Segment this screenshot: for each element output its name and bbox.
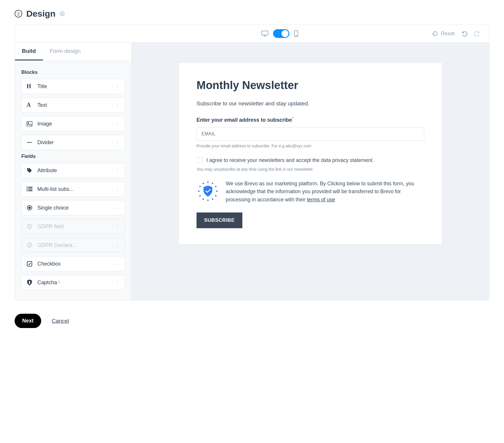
svg-text:A: A (27, 102, 31, 108)
cancel-link[interactable]: Cancel (52, 318, 69, 324)
drag-handle-icon: ⋮⋮ (111, 168, 120, 173)
svg-rect-11 (27, 187, 28, 188)
divider-icon (26, 139, 33, 146)
next-button[interactable]: Next (15, 314, 41, 328)
sidebar-tabs: Build Form design (15, 43, 131, 61)
svg-rect-19 (27, 261, 32, 266)
mobile-icon[interactable] (294, 30, 298, 37)
reset-icon (432, 31, 438, 36)
field-multilist[interactable]: Multi-list subs... ⋮⋮ (21, 182, 125, 197)
text-icon: A (26, 102, 33, 108)
drag-handle-icon: ⋮⋮ (111, 280, 120, 285)
help-icon[interactable]: ? (60, 11, 65, 16)
shield-check-icon (26, 223, 33, 230)
drag-handle-icon: ⋮⋮ (111, 205, 120, 210)
checkbox-icon (26, 261, 33, 267)
svg-point-27 (207, 200, 209, 201)
drag-handle-icon: ⋮⋮ (111, 261, 120, 266)
block-divider[interactable]: Divider ⋮⋮ (21, 135, 125, 150)
svg-point-30 (198, 191, 200, 192)
drag-handle-icon: ⋮⋮ (111, 121, 120, 126)
block-text[interactable]: A Text ⋮⋮ (21, 97, 125, 113)
svg-point-25 (215, 195, 217, 197)
consent-checkbox[interactable] (197, 157, 202, 163)
field-gdpr-declaration-label: GDPR Declara... (37, 242, 106, 248)
reset-button[interactable]: Reset (432, 31, 455, 37)
captcha-icon (26, 279, 33, 286)
fields-group-label: Fields (21, 154, 125, 159)
gdpr-declaration: We use Brevo as our marketing platform. … (197, 180, 424, 203)
drag-handle-icon: ⋮⋮ (111, 140, 120, 145)
desktop-icon[interactable] (261, 30, 269, 37)
svg-point-10 (28, 169, 29, 170)
field-gdpr[interactable]: GDPR field ⋮⋮ (21, 219, 125, 234)
svg-rect-20 (29, 281, 30, 284)
svg-point-22 (212, 183, 213, 184)
consent-label: I agree to receive your newsletters and … (206, 156, 374, 164)
form-title: Monthly Newsletter (197, 79, 424, 92)
blocks-group-label: Blocks (21, 69, 125, 75)
svg-rect-7 (27, 121, 32, 126)
device-toggle[interactable] (273, 29, 289, 38)
image-icon (26, 121, 33, 127)
svg-point-21 (207, 182, 209, 183)
field-captcha[interactable]: Captcha* ⋮⋮ (21, 275, 125, 290)
svg-point-8 (28, 123, 29, 123)
list-icon (26, 186, 33, 192)
tab-form-design[interactable]: Form design (43, 43, 88, 60)
tag-icon (26, 167, 33, 174)
svg-point-31 (199, 186, 201, 187)
tab-build[interactable]: Build (15, 43, 43, 60)
field-checkbox[interactable]: Checkbox ⋮⋮ (21, 256, 125, 271)
toolbar: Reset (15, 25, 489, 43)
field-single-choice[interactable]: Single choice ⋮⋮ (21, 200, 125, 215)
shield-icon (26, 242, 33, 248)
consent-help-text: You may unsubscribe at any time using th… (197, 167, 424, 172)
drag-handle-icon: ⋮⋮ (111, 103, 120, 107)
field-attribute[interactable]: Attribute ⋮⋮ (21, 163, 125, 178)
drag-handle-icon: ⋮⋮ (111, 187, 120, 191)
redo-icon[interactable] (474, 30, 480, 37)
drag-handle-icon: ⋮⋮ (111, 243, 120, 247)
heading-icon: H (26, 83, 33, 90)
svg-point-29 (199, 195, 201, 197)
sidebar: Build Form design Blocks H Title ⋮⋮ A Te… (15, 43, 132, 300)
block-title[interactable]: H Title ⋮⋮ (21, 79, 125, 94)
svg-rect-12 (28, 187, 32, 188)
svg-point-32 (203, 183, 204, 184)
page-header: 2 Design ? (15, 9, 489, 19)
svg-rect-0 (262, 31, 268, 35)
svg-point-28 (203, 198, 204, 200)
svg-rect-16 (28, 190, 32, 191)
undo-icon[interactable] (461, 30, 467, 37)
block-text-label: Text (37, 102, 106, 108)
svg-rect-13 (27, 189, 28, 189)
field-single-choice-label: Single choice (37, 205, 106, 211)
svg-rect-14 (28, 189, 32, 189)
field-multilist-label: Multi-list subs... (37, 186, 106, 192)
step-indicator: 2 (15, 10, 22, 18)
form-preview[interactable]: Monthly Newsletter Subscribe to our news… (179, 63, 442, 244)
field-attribute-label: Attribute (37, 168, 106, 174)
device-toggle-group (261, 29, 298, 38)
subscribe-button[interactable]: SUBSCRIBE (197, 212, 242, 228)
editor-container: Reset Build Form design Blocks H Title ⋮… (15, 25, 489, 300)
radio-icon (26, 205, 33, 211)
footer-actions: Next Cancel (15, 314, 489, 328)
drag-handle-icon: ⋮⋮ (111, 224, 120, 229)
svg-point-23 (215, 186, 217, 187)
gdpr-badge-icon (197, 180, 219, 203)
svg-text:H: H (27, 83, 31, 89)
drag-handle-icon: ⋮⋮ (111, 84, 120, 89)
gdpr-text: We use Brevo as our marketing platform. … (226, 180, 424, 203)
terms-link[interactable]: terms of use (307, 197, 335, 203)
block-divider-label: Divider (37, 139, 106, 146)
svg-point-4 (296, 35, 296, 36)
field-gdpr-declaration[interactable]: GDPR Declara... ⋮⋮ (21, 238, 125, 253)
block-image[interactable]: Image ⋮⋮ (21, 116, 125, 131)
field-gdpr-label: GDPR field (37, 224, 106, 230)
canvas: Monthly Newsletter Subscribe to our news… (132, 43, 489, 300)
email-input[interactable] (197, 127, 424, 141)
block-image-label: Image (37, 121, 106, 127)
page-title: Design (26, 9, 55, 19)
